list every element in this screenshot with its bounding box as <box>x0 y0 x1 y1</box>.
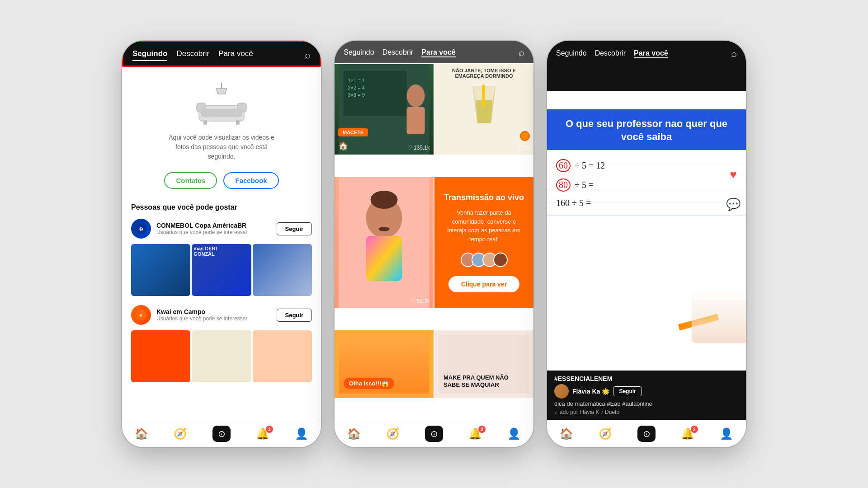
phone1-header: Seguindo Descobrir Para você ⌕ <box>122 41 321 67</box>
home-icon-p1[interactable]: 🏠 <box>135 427 148 440</box>
makeup-title: MAKE PRA QUEM NÃO SABE SE MAQUIAR <box>443 374 524 389</box>
share-action[interactable]: ↗ 15,4k <box>726 227 740 249</box>
connect-buttons: Contatos Facebook <box>164 172 278 189</box>
user-icon-p1[interactable]: 👤 <box>295 427 308 440</box>
phone-1: Seguindo Descobrir Para você ⌕ <box>122 41 321 447</box>
duet-row: ♪ ado por Flávia K ♪ Dueto <box>554 409 739 415</box>
contatos-button[interactable]: Contatos <box>164 172 217 189</box>
kwai-img-1 <box>131 330 190 382</box>
bell-badge-p1: 2 <box>266 426 273 433</box>
phone3-video-body: O que seu professor nao quer que você sa… <box>547 64 746 420</box>
seguir-flavia-button[interactable]: Seguir <box>613 386 642 396</box>
smoothie-title: NÃO JANTE, TOME ISSO E EMAGREÇA DORMINDO <box>434 68 533 79</box>
empty-state-icon <box>190 80 253 126</box>
grid-makeup[interactable]: MAKE PRA QUEM NÃO SABE SE MAQUIAR <box>434 330 533 398</box>
conmebol-sub: Usuários que você pode se interessar <box>156 229 277 235</box>
compass-icon-p2[interactable]: 🧭 <box>386 427 400 440</box>
camera-icon-p2[interactable]: ⊙ <box>425 426 443 442</box>
svg-point-25 <box>379 227 390 231</box>
flavia-avatar <box>554 384 569 399</box>
home-icon-p3[interactable]: 🏠 <box>560 427 573 440</box>
share-count: 15,4k <box>726 243 740 249</box>
home-icon-p2[interactable]: 🏠 <box>347 427 361 440</box>
video-content-area[interactable]: O que seu professor nao quer que você sa… <box>547 91 746 371</box>
phone2-grid: 1×1 = 1 2×2 = 4 3×3 = 9 MACETE 🏠 ♡ 135,1… <box>335 64 533 420</box>
cell2-likes: ♡ 131k <box>434 145 533 151</box>
tab-paravoc-p3[interactable]: Para você <box>634 49 668 58</box>
live-avatar-4 <box>493 253 508 267</box>
comment-action[interactable]: 💬 492 <box>726 197 741 219</box>
search-icon-p3[interactable]: ⌕ <box>731 48 737 60</box>
compass-icon-p3[interactable]: 🧭 <box>599 427 612 440</box>
facebook-button[interactable]: Facebook <box>223 172 278 189</box>
clique-para-ver-button[interactable]: Clique para ver <box>448 276 519 292</box>
conmebol-avatar: ⚽ <box>131 219 151 239</box>
tab-descobrir-p1[interactable]: Descobrir <box>176 49 209 61</box>
tab-seguindo-p2[interactable]: Seguindo <box>344 48 374 57</box>
kwai-avatar: K <box>131 305 151 325</box>
music-icon-p3: ♪ <box>554 409 557 415</box>
search-icon-p1[interactable]: ⌕ <box>305 49 311 61</box>
video-top-black <box>547 64 746 91</box>
heart-icon: ♥ <box>730 168 736 182</box>
seguir-kwai-button[interactable]: Seguir <box>277 309 312 322</box>
bell-icon-p2[interactable]: 🔔 2 <box>468 427 482 440</box>
search-icon-p2[interactable]: ⌕ <box>519 47 524 59</box>
svg-rect-19 <box>482 84 485 107</box>
math-equations: 60 ÷ 5 = 12 80 ÷ 5 = 160 ÷ 5 = <box>556 159 605 208</box>
heart-action[interactable]: ♥ 50,7k <box>726 168 740 189</box>
tab-seguindo-p1[interactable]: Seguindo <box>132 49 167 61</box>
bell-badge-p2: 2 <box>478 426 486 433</box>
side-actions: ♥ 50,7k 💬 492 ↗ 15,4k ⬇ <box>726 168 741 271</box>
download-icon: ⬇ <box>728 257 738 271</box>
phone2-bottom-nav: 🏠 🧭 ⊙ 🔔 2 👤 <box>335 420 533 447</box>
conmebol-img-1 <box>131 244 190 296</box>
heart-count: 50,7k <box>726 183 740 189</box>
suggestion-conmebol: ⚽ CONMEBOL Copa AméricaBR Usuários que v… <box>131 219 312 239</box>
kwai-sub: Usuários que você pode se interessar <box>156 315 277 322</box>
grid-smoothie[interactable]: NÃO JANTE, TOME ISSO E EMAGREÇA DORMINDO… <box>434 64 533 176</box>
math-eq-2: 80 ÷ 5 = <box>556 178 605 192</box>
math-eq-3: 160 ÷ 5 = <box>556 198 605 208</box>
download-action[interactable]: ⬇ <box>728 257 738 271</box>
compass-icon-p1[interactable]: 🧭 <box>174 427 187 440</box>
conmebol-img-3 <box>253 244 312 296</box>
hashtag-essencial: #ESSENCIALENEM <box>554 375 739 382</box>
svg-text:1×1 = 1: 1×1 = 1 <box>348 78 365 83</box>
svg-text:3×3 = 9: 3×3 = 9 <box>348 92 365 98</box>
tab-descobrir-p3[interactable]: Descobrir <box>595 49 626 58</box>
phone1-body: Aqui você pode visualizar os videos e fo… <box>122 67 321 420</box>
phone2-header: Seguindo Descobrir Para você ⌕ <box>335 41 533 63</box>
tab-seguindo-p3[interactable]: Seguindo <box>556 49 587 58</box>
svg-text:2×2 = 4: 2×2 = 4 <box>348 85 365 90</box>
olha-label: Olha isso!!!😱 <box>344 378 394 389</box>
tab-paravoc-p2[interactable]: Para você <box>421 48 456 57</box>
grid-olha[interactable]: Olha isso!!!😱 <box>335 330 434 398</box>
conmebol-info: CONMEBOL Copa AméricaBR Usuários que voc… <box>156 222 277 235</box>
camera-icon-p1[interactable]: ⊙ <box>212 426 231 442</box>
tab-descobrir-p2[interactable]: Descobrir <box>382 48 413 57</box>
svg-rect-18 <box>407 107 425 134</box>
tab-paravoce-p1[interactable]: Para você <box>218 49 253 61</box>
seguir-conmebol-button[interactable]: Seguir <box>277 222 312 235</box>
user-icon-p3[interactable]: 👤 <box>720 427 733 440</box>
svg-rect-6 <box>203 120 207 125</box>
comment-icon: 💬 <box>726 197 741 211</box>
phone1-bottom-nav: 🏠 🧭 ⊙ 🔔 2 👤 <box>122 420 321 447</box>
svg-rect-5 <box>201 109 242 117</box>
phone3-bottom-nav: 🏠 🧭 ⊙ 🔔 2 👤 <box>547 420 746 447</box>
bell-icon-p1[interactable]: 🔔 2 <box>256 427 269 440</box>
kwai-name: Kwai em Campo <box>156 308 277 315</box>
user-row: Flávia Ka 🌟 Seguir <box>554 384 739 399</box>
grid-math-teacher[interactable]: 1×1 = 1 2×2 = 4 3×3 = 9 MACETE 🏠 ♡ 135,1… <box>335 64 434 176</box>
camera-icon-p3[interactable]: ⊙ <box>637 426 656 442</box>
kwai-img-3 <box>253 330 312 382</box>
grid-person-video[interactable]: ♡ 59,2k <box>335 177 434 330</box>
bell-icon-p3[interactable]: 🔔 2 <box>681 427 694 440</box>
phone1-nav-tabs: Seguindo Descobrir Para você <box>132 49 253 61</box>
math-eq-1: 60 ÷ 5 = 12 <box>556 159 605 172</box>
cell1-likes: ♡ 135,1k <box>335 145 434 151</box>
user-icon-p2[interactable]: 👤 <box>507 427 521 440</box>
conmebol-name: CONMEBOL Copa AméricaBR <box>156 222 277 229</box>
grid-live-stream[interactable]: Transmissão ao vivo Venha fazer parte da… <box>434 177 533 308</box>
